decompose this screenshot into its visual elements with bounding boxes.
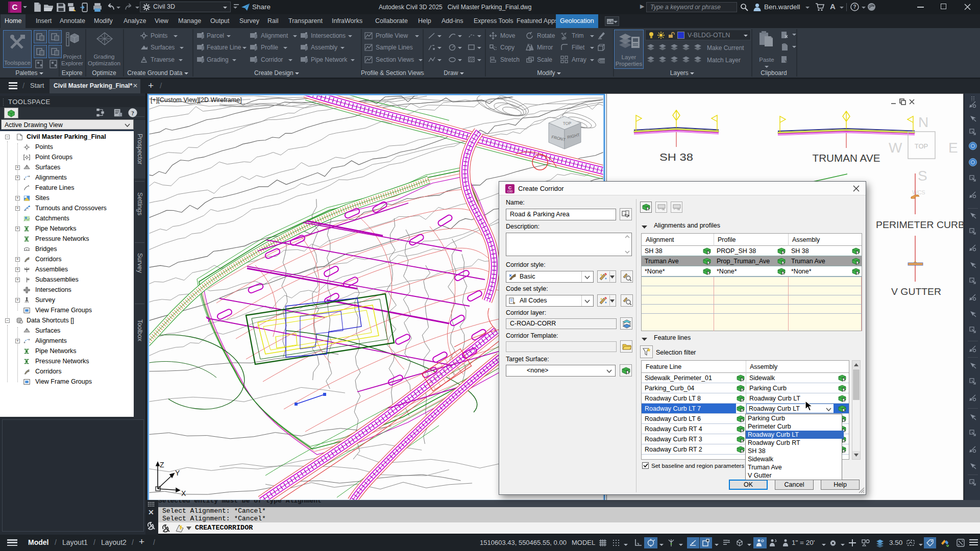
svg-text:C3D: C3D: [507, 190, 512, 193]
svg-text:Y: Y: [175, 469, 180, 477]
svg-text:X: X: [181, 489, 186, 497]
svg-text:PERIMETER CURB: PERIMETER CURB: [876, 219, 964, 230]
svg-text:?: ?: [853, 4, 856, 10]
svg-text:[+][Custom View][2D Wireframe]: [+][Custom View][2D Wireframe]: [151, 96, 242, 104]
svg-text:Z: Z: [160, 461, 164, 469]
svg-text:N: N: [918, 114, 928, 130]
svg-text:TOP: TOP: [915, 142, 928, 150]
svg-text:C: C: [12, 3, 18, 11]
svg-text:WCS: WCS: [912, 189, 925, 195]
svg-text:SH 38: SH 38: [659, 152, 693, 163]
svg-text:V GUTTER: V GUTTER: [891, 286, 941, 297]
svg-text:TRUMAN AVE: TRUMAN AVE: [813, 153, 880, 164]
svg-text:TOP: TOP: [563, 121, 572, 126]
svg-text:W: W: [889, 140, 902, 156]
svg-text:?: ?: [131, 110, 134, 117]
svg-text:S: S: [918, 168, 927, 184]
svg-text:E: E: [948, 140, 958, 156]
